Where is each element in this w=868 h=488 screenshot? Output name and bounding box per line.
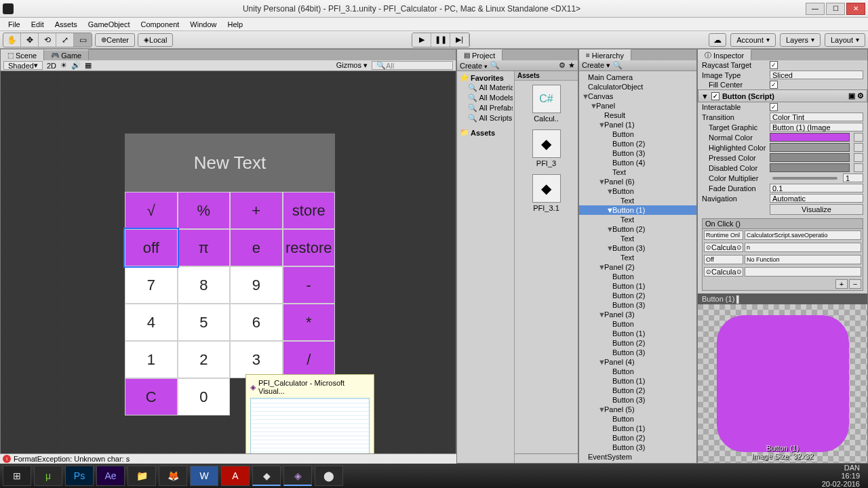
- taskbar-photoshop[interactable]: Ps: [65, 466, 94, 486]
- calc-button[interactable]: %: [178, 192, 231, 229]
- hierarchy-item[interactable]: Text: [579, 167, 696, 177]
- hierarchy-item[interactable]: Button (2): [579, 139, 696, 148]
- taskbar-utorrent[interactable]: μ: [34, 466, 62, 486]
- hierarchy-item[interactable]: Button (3): [579, 443, 696, 452]
- toggle-2d[interactable]: 2D: [47, 62, 56, 70]
- hierarchy-item[interactable]: Button (1): [579, 281, 696, 291]
- preview-header[interactable]: Button (1) ▌: [698, 293, 867, 304]
- eyedropper-icon[interactable]: [854, 133, 863, 142]
- checkbox-fill-center[interactable]: ✓: [770, 81, 778, 89]
- assets-breadcrumb[interactable]: Assets: [515, 71, 578, 81]
- account-dropdown[interactable]: Account ▾: [730, 33, 776, 47]
- eyedropper-icon[interactable]: [854, 163, 863, 172]
- hierarchy-item[interactable]: ▼Panel (4): [579, 357, 696, 367]
- asset-item[interactable]: C#Calcul..: [528, 85, 565, 123]
- hierarchy-item[interactable]: ▼Panel (2): [579, 262, 696, 272]
- hierarchy-create-dropdown[interactable]: Create ▾: [582, 61, 610, 70]
- hierarchy-item[interactable]: Button (3): [579, 300, 696, 310]
- hierarchy-item[interactable]: Button: [579, 129, 696, 139]
- hierarchy-item[interactable]: ▼Button (2): [579, 224, 696, 234]
- calc-button[interactable]: √: [125, 192, 178, 229]
- calc-button[interactable]: +: [230, 192, 283, 229]
- taskbar-visual-studio[interactable]: ◈: [283, 466, 312, 486]
- tab-scene[interactable]: ⬚ Scene: [1, 49, 44, 60]
- calc-button[interactable]: 2: [178, 341, 231, 378]
- rotate-tool[interactable]: ⟲: [39, 33, 56, 47]
- calc-button[interactable]: C: [125, 378, 178, 415]
- onclick-function-dropdown[interactable]: CalculatorScript.saveOperatio: [745, 230, 861, 240]
- save-search-icon[interactable]: ★: [568, 61, 575, 70]
- field-fade-duration[interactable]: 0.1: [770, 184, 863, 192]
- scale-tool[interactable]: ⤢: [56, 33, 74, 47]
- onclick-object-field[interactable]: ⊙ Calcula ⊙: [704, 243, 743, 252]
- hierarchy-item[interactable]: ▼Canvas: [579, 92, 696, 101]
- maximize-button[interactable]: ☐: [826, 3, 845, 15]
- project-tree[interactable]: ⭐ Favorites 🔍 All Materia🔍 All Models🔍 A…: [457, 71, 515, 463]
- layers-dropdown[interactable]: Layers ▾: [780, 33, 821, 47]
- hierarchy-item[interactable]: Button (2): [579, 338, 696, 348]
- hierarchy-item[interactable]: Button (2): [579, 433, 696, 443]
- space-toggle[interactable]: ◈ Local: [138, 33, 173, 47]
- assets-folder[interactable]: 📁 Assets: [458, 127, 513, 138]
- gizmos-dropdown[interactable]: Gizmos ▾: [336, 61, 368, 70]
- light-icon[interactable]: ☀: [60, 61, 67, 70]
- calc-button[interactable]: restore: [283, 229, 336, 266]
- icon-size-slider[interactable]: [515, 453, 578, 463]
- onclick-function-dropdown[interactable]: No Function: [745, 255, 861, 264]
- pause-button[interactable]: ❚❚: [431, 33, 450, 47]
- hierarchy-item[interactable]: ▼Button (3): [579, 243, 696, 253]
- search-icon[interactable]: 🔍: [613, 61, 623, 70]
- search-icon[interactable]: 🔍: [490, 61, 500, 70]
- system-tray[interactable]: DAN 16:19 20-02-2016: [822, 464, 865, 488]
- calc-button[interactable]: 6: [230, 304, 283, 341]
- field-color-multiplier[interactable]: 1: [843, 174, 863, 182]
- start-button[interactable]: ⊞: [3, 466, 31, 486]
- hierarchy-item[interactable]: Button (3): [579, 148, 696, 158]
- hierarchy-item[interactable]: Button: [579, 272, 696, 281]
- tab-game[interactable]: 🎮 Game: [44, 49, 89, 60]
- hierarchy-item[interactable]: Button: [579, 319, 696, 329]
- favorites-folder[interactable]: ⭐ Favorites: [458, 73, 513, 83]
- minimize-button[interactable]: —: [806, 3, 825, 15]
- hierarchy-item[interactable]: Result: [579, 110, 696, 120]
- hierarchy-item[interactable]: Button (3): [579, 395, 696, 405]
- hierarchy-item[interactable]: ▼Panel (3): [579, 310, 696, 319]
- calc-button[interactable]: 8: [178, 266, 231, 304]
- color-pressed[interactable]: [770, 153, 850, 162]
- hierarchy-item[interactable]: Button (3): [579, 348, 696, 357]
- hierarchy-item[interactable]: Text: [579, 253, 696, 262]
- hierarchy-item[interactable]: Text: [579, 215, 696, 224]
- calc-button[interactable]: *: [283, 304, 336, 341]
- menu-file[interactable]: File: [3, 19, 26, 30]
- calc-button[interactable]: off: [125, 229, 178, 266]
- menu-edit[interactable]: Edit: [26, 19, 50, 30]
- tab-project[interactable]: ▤ Project: [457, 49, 502, 60]
- move-tool[interactable]: ✥: [21, 33, 39, 47]
- color-normal[interactable]: [770, 133, 850, 142]
- menu-window[interactable]: Window: [184, 19, 222, 30]
- hierarchy-item[interactable]: Button (1): [579, 376, 696, 386]
- hierarchy-item[interactable]: ▼Button: [579, 186, 696, 196]
- hierarchy-item[interactable]: ▼Panel (1): [579, 120, 696, 129]
- audio-icon[interactable]: 🔊: [71, 61, 81, 70]
- color-disabled[interactable]: [770, 163, 850, 172]
- asset-item[interactable]: ◆PFI_3.1: [528, 174, 565, 212]
- favorite-filter[interactable]: 🔍 All Models: [458, 93, 513, 103]
- dropdown-navigation[interactable]: Automatic: [770, 194, 863, 203]
- color-highlighted[interactable]: [770, 143, 850, 152]
- onclick-runtime-dropdown[interactable]: Off: [704, 255, 743, 264]
- onclick-arg-field[interactable]: [745, 267, 861, 277]
- pivot-toggle[interactable]: ⊕ Center: [95, 33, 135, 47]
- hierarchy-item[interactable]: Main Camera: [579, 73, 696, 82]
- calc-button[interactable]: 9: [230, 266, 283, 304]
- eyedropper-icon[interactable]: [854, 153, 863, 162]
- onclick-object-field[interactable]: ⊙ Calcula ⊙: [704, 267, 743, 277]
- taskbar-preview-tooltip[interactable]: ◈PFI_Calculator - Microsoft Visual...: [245, 374, 374, 457]
- scene-view[interactable]: ✥ New Text √%+storeoffπerestore789-456*1…: [1, 71, 456, 463]
- tab-hierarchy[interactable]: ≡ Hierarchy: [579, 49, 631, 60]
- tab-inspector[interactable]: ⓘ Inspector: [698, 49, 751, 60]
- taskbar-explorer[interactable]: 📁: [127, 466, 156, 486]
- calc-button[interactable]: 4: [125, 304, 178, 341]
- hierarchy-item[interactable]: CalculatorObject: [579, 82, 696, 92]
- hierarchy-item[interactable]: ▼Panel (6): [579, 177, 696, 186]
